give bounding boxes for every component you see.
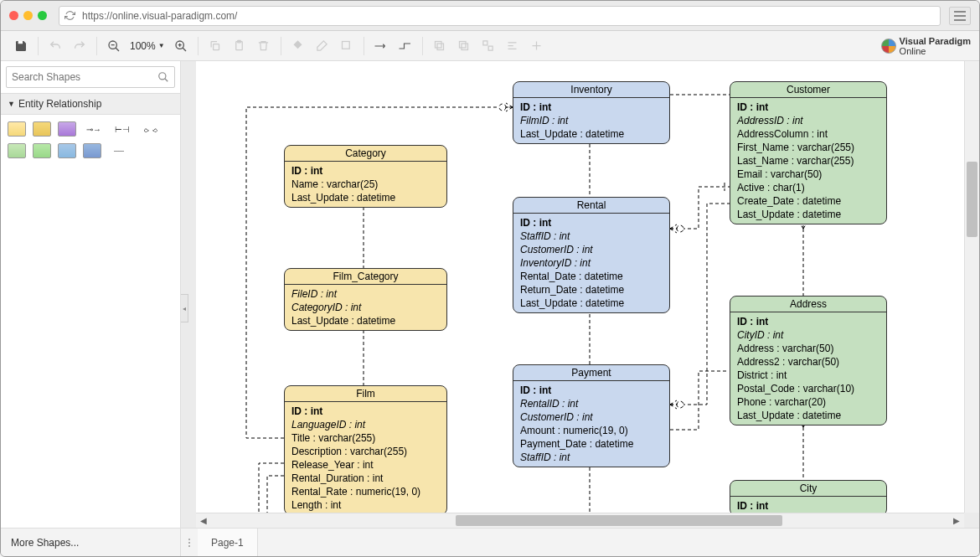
entity-shape-yellow-alt[interactable] (33, 121, 51, 137)
paste-button[interactable] (228, 34, 251, 58)
drag-handle-icon[interactable] (181, 539, 198, 547)
entity-row: Amount : numeric(19, 0) (520, 424, 663, 437)
search-field[interactable] (12, 71, 157, 83)
align-button[interactable] (501, 34, 524, 58)
entity-row: Create_Date : datetime (737, 194, 879, 208)
search-shapes-input[interactable] (6, 66, 175, 88)
entity-row: ID : int (737, 101, 879, 114)
connector-dashed[interactable]: ┄┄ (108, 143, 130, 158)
redo-button[interactable] (68, 34, 91, 58)
entity-row: Rental_Rate : numeric(19, 0) (291, 485, 440, 498)
entity-customer[interactable]: CustomerID : intAddressID : intAddressCo… (730, 81, 887, 224)
entity-film[interactable]: FilmID : intLanguageID : intTitle : varc… (284, 385, 447, 513)
svg-rect-8 (462, 44, 468, 50)
entity-row: Release_Year : int (291, 458, 440, 472)
fill-color-button[interactable] (286, 34, 310, 58)
diagram-canvas[interactable]: CategoryID : intName : varchar(25)Last_U… (196, 61, 964, 513)
entity-row: LanguageID : int (291, 418, 440, 431)
close-window-button[interactable] (9, 11, 18, 20)
entity-category[interactable]: CategoryID : intName : varchar(25)Last_U… (284, 145, 447, 208)
entity-row: Length : int (291, 498, 440, 512)
to-back-button[interactable] (452, 34, 476, 58)
toolbar: 100%▼ Visual ParadigmOnline (1, 31, 979, 61)
scroll-right-icon[interactable]: ▶ (949, 513, 964, 528)
entity-rental[interactable]: RentalID : intStaffID : intCustomerID : … (513, 197, 670, 313)
entity-body: FileID : intCategoryID : intLast_Update … (285, 285, 446, 330)
canvas-area: ◂ (181, 61, 979, 528)
entity-shape-blue-alt[interactable] (83, 143, 101, 158)
scroll-left-icon[interactable]: ◀ (196, 513, 211, 528)
undo-button[interactable] (44, 34, 67, 58)
section-header[interactable]: ▼ Entity Relationship (1, 93, 180, 115)
svg-rect-6 (436, 42, 442, 49)
connector-many-many[interactable]: ⪧⪦ (140, 121, 162, 137)
entity-row: ID : int (520, 216, 663, 230)
entity-row: Description : varchar(255) (291, 445, 440, 458)
url-text: https://online.visual-paradigm.com/ (82, 10, 237, 22)
zoom-out-button[interactable] (102, 34, 126, 58)
connector-one-many[interactable]: ⊸→ (83, 121, 105, 137)
entity-row: ID : int (291, 164, 440, 178)
to-front-button[interactable] (428, 34, 451, 58)
footer: More Shapes... Page-1 (1, 528, 979, 556)
reload-icon[interactable] (64, 10, 75, 21)
entity-row: Last_Update : datetime (737, 208, 879, 221)
waypoint-style-button[interactable] (394, 34, 417, 58)
entity-city[interactable]: CityID : int (730, 480, 887, 513)
entity-title: City (730, 481, 886, 497)
entity-row: Email : varchar(50) (737, 168, 879, 181)
entity-shape-yellow[interactable] (8, 121, 26, 137)
collapse-icon: ▼ (8, 100, 15, 108)
entity-shape-purple[interactable] (58, 121, 76, 137)
entity-title: Film (285, 386, 446, 402)
minimize-window-button[interactable] (23, 11, 33, 20)
entity-row: Rental_Duration : int (291, 472, 440, 485)
zoom-level[interactable]: 100%▼ (126, 40, 168, 52)
entity-shape-green[interactable] (8, 143, 26, 158)
entity-title: Inventory (513, 82, 669, 98)
menu-icon[interactable] (949, 7, 971, 25)
vertical-scrollbar[interactable] (964, 61, 979, 513)
url-bar[interactable]: https://online.visual-paradigm.com/ (59, 6, 941, 26)
sidebar-collapse-handle[interactable]: ◂ (181, 294, 188, 322)
sidebar: ▼ Entity Relationship ⊸→ ⊢⊣ ⪧⪦ ┄┄ (1, 61, 181, 528)
entity-row: CustomerID : int (520, 243, 663, 256)
entity-row: ID : int (737, 315, 879, 328)
page-tab[interactable]: Page-1 (198, 529, 258, 556)
line-color-button[interactable] (311, 34, 334, 58)
zoom-in-button[interactable] (169, 34, 193, 58)
entity-payment[interactable]: PaymentID : intRentalID : intCustomerID … (513, 364, 670, 467)
entity-body: ID : intCityID : intAddress : varchar(50… (730, 312, 886, 425)
connector-one-one[interactable]: ⊢⊣ (111, 121, 133, 137)
entity-address[interactable]: AddressID : intCityID : intAddress : var… (730, 296, 887, 425)
brand-logo: Visual ParadigmOnline (881, 36, 971, 56)
entity-body: ID : intFilmID : intLast_Update : dateti… (513, 98, 669, 143)
svg-rect-11 (488, 46, 493, 50)
entity-row: InventoryID : int (520, 256, 663, 270)
entity-title: Category (285, 146, 446, 162)
horizontal-scrollbar[interactable]: ◀ ▶ (196, 513, 964, 528)
svg-point-12 (159, 73, 166, 80)
entity-row: Last_Update : datetime (520, 127, 663, 141)
entity-body: ID : intStaffID : intCustomerID : intInv… (513, 214, 669, 312)
entity-row: AddressColumn : int (737, 127, 879, 141)
connector-style-button[interactable] (369, 34, 393, 58)
add-button[interactable] (525, 34, 549, 58)
delete-button[interactable] (252, 34, 276, 58)
more-shapes-button[interactable]: More Shapes... (1, 529, 181, 556)
copy-button[interactable] (204, 34, 227, 58)
entity-row: Last_Name : varchar(255) (737, 154, 879, 168)
entity-row: CustomerID : int (520, 410, 663, 424)
entity-row: RentalID : int (520, 397, 663, 410)
entity-film-category[interactable]: Film_CategoryFileID : intCategoryID : in… (284, 268, 447, 331)
entity-row: StaffID : int (520, 451, 663, 464)
maximize-window-button[interactable] (38, 11, 47, 20)
group-button[interactable] (477, 34, 500, 58)
entity-row: CategoryID : int (291, 301, 440, 314)
shadow-button[interactable] (335, 34, 358, 58)
entity-inventory[interactable]: InventoryID : intFilmID : intLast_Update… (513, 81, 670, 144)
save-button[interactable] (9, 34, 33, 58)
entity-title: Rental (513, 198, 669, 214)
entity-shape-green-alt[interactable] (33, 143, 51, 158)
entity-shape-blue[interactable] (58, 143, 76, 158)
